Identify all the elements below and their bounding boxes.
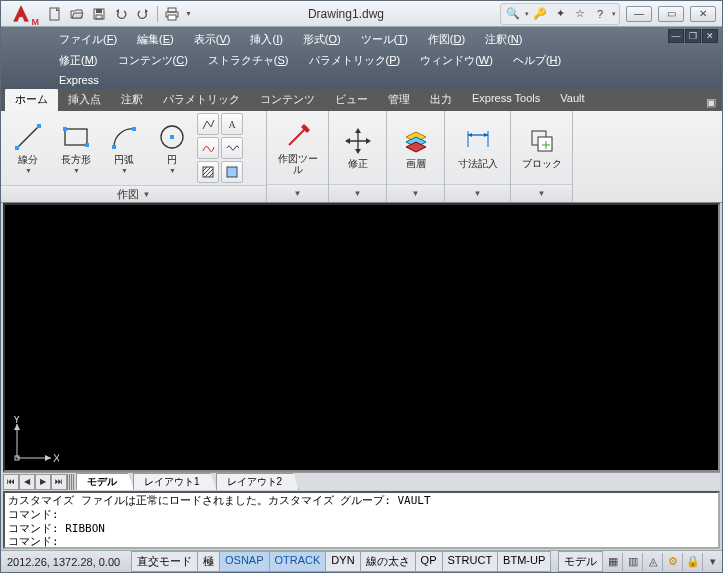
infocenter-search-icon[interactable]: 🔍 [504, 5, 522, 23]
mdi-close-button[interactable]: ✕ [702, 29, 718, 43]
menu-n[interactable]: 注釈(N) [475, 29, 532, 50]
menu-s[interactable]: ストラクチャ(S) [198, 50, 299, 71]
qat-redo-icon[interactable] [133, 4, 153, 24]
menu-d[interactable]: 作図(D) [418, 29, 475, 50]
status-tray-icon[interactable]: ▾ [702, 553, 722, 571]
menu-i[interactable]: 挿入(I) [240, 29, 292, 50]
layout-tab-2[interactable]: レイアウト2 [216, 473, 300, 490]
tool-modify[interactable]: 修正 [335, 124, 381, 171]
tool-layer[interactable]: 画層 [393, 124, 439, 171]
status-toggle-直交モード[interactable]: 直交モード [131, 551, 198, 572]
tool-rectangle[interactable]: 長方形 ▼ [53, 120, 99, 176]
status-toggle-極[interactable]: 極 [197, 551, 220, 572]
maximize-button[interactable]: ▭ [658, 6, 684, 22]
tool-polyline-icon[interactable] [197, 113, 219, 135]
minimize-button[interactable]: ― [626, 6, 652, 22]
tool-region-icon[interactable] [221, 161, 243, 183]
menu-o[interactable]: 形式(O) [293, 29, 351, 50]
ribbon-tab-7[interactable]: 出力 [420, 88, 462, 111]
sheet-grip[interactable] [67, 474, 75, 490]
menu-w[interactable]: ウィンドウ(W) [410, 50, 503, 71]
ribbon-tab-0[interactable]: ホーム [5, 88, 58, 111]
sheet-nav-prev-icon[interactable]: ◀ [19, 474, 35, 490]
mdi-restore-button[interactable]: ❐ [685, 29, 701, 43]
sheet-nav-first-icon[interactable]: ⏮ [3, 474, 19, 490]
panel-block-expand[interactable]: ▼ [511, 184, 572, 202]
tool-arc[interactable]: 円弧 ▼ [101, 120, 147, 176]
qat-open-icon[interactable] [67, 4, 87, 24]
menu-t[interactable]: ツール(T) [351, 29, 418, 50]
infocenter-key-icon[interactable]: 🔑 [531, 5, 549, 23]
titlebar: M ▼ Drawing1.dwg 🔍 ▾ 🔑 ✦ ☆ ? ▾ ― ▭ ✕ [1, 1, 722, 27]
tool-drawtool-label: 作図ツール [277, 153, 319, 175]
tool-block[interactable]: ブロック [519, 124, 565, 171]
tool-spline-icon[interactable] [197, 137, 219, 159]
infocenter-help-icon[interactable]: ? [591, 5, 609, 23]
menu-e[interactable]: 編集(E) [127, 29, 184, 50]
ribbon-tab-6[interactable]: 管理 [378, 88, 420, 111]
ribbon-tab-1[interactable]: 挿入点 [58, 88, 111, 111]
tool-line[interactable]: 線分 ▼ [5, 120, 51, 176]
panel-draw-title[interactable]: 作図▼ [1, 185, 266, 202]
menu-m[interactable]: 修正(M) [49, 50, 108, 71]
tool-circle[interactable]: 円 ▼ [149, 120, 195, 176]
ucs-icon: X Y [11, 416, 59, 464]
infocenter-comm-icon[interactable]: ✦ [551, 5, 569, 23]
menubar: ― ❐ ✕ ファイル(F)編集(E)表示(V)挿入(I)形式(O)ツール(T)作… [1, 27, 722, 89]
ribbon-tab-4[interactable]: コンテンツ [250, 88, 325, 111]
qat-print-icon[interactable] [162, 4, 182, 24]
status-annotation-icon[interactable]: ◬ [642, 553, 662, 571]
command-line[interactable]: カスタマイズ ファイルは正常にロードされました。カスタマイズ グループ: VAU… [3, 491, 720, 549]
status-toggle-BTM-UP[interactable]: BTM-UP [497, 551, 551, 572]
status-grid-icon[interactable]: ▦ [602, 553, 622, 571]
menu-v[interactable]: 表示(V) [184, 29, 241, 50]
qat-undo-icon[interactable] [111, 4, 131, 24]
layout-tab-0[interactable]: モデル [76, 473, 134, 490]
menu-f[interactable]: ファイル(F) [49, 29, 127, 50]
panel-drawtool-expand[interactable]: ▼ [267, 184, 328, 202]
svg-line-7 [17, 126, 39, 148]
sheet-nav-last-icon[interactable]: ⏭ [51, 474, 67, 490]
status-quickview-icon[interactable]: ▥ [622, 553, 642, 571]
tool-wave-icon[interactable] [221, 137, 243, 159]
tool-drawtool[interactable]: 作図ツール [275, 119, 321, 177]
panel-dim-expand[interactable]: ▼ [445, 184, 510, 202]
ribbon-tab-2[interactable]: 注釈 [111, 88, 153, 111]
qat-new-icon[interactable] [45, 4, 65, 24]
mdi-minimize-button[interactable]: ― [668, 29, 684, 43]
status-space-toggle[interactable]: モデル [558, 551, 603, 572]
menu-c[interactable]: コンテンツ(C) [108, 50, 198, 71]
status-toggle-OSNAP[interactable]: OSNAP [219, 551, 270, 572]
tool-hatch-icon[interactable] [197, 161, 219, 183]
status-toggle-OTRACK[interactable]: OTRACK [269, 551, 327, 572]
menu-h[interactable]: ヘルプ(H) [503, 50, 571, 71]
tool-dimension[interactable]: 寸法記入 [455, 124, 501, 171]
menu-p[interactable]: パラメトリック(P) [299, 50, 411, 71]
infocenter-favorite-icon[interactable]: ☆ [571, 5, 589, 23]
ribbon-tab-8[interactable]: Express Tools [462, 88, 550, 111]
status-lock-icon[interactable]: 🔒 [682, 553, 702, 571]
qat-dropdown-icon[interactable]: ▼ [185, 10, 192, 17]
ribbon-tab-5[interactable]: ビュー [325, 88, 378, 111]
menu-express[interactable]: Express [49, 71, 109, 89]
status-toggle-線の太さ[interactable]: 線の太さ [360, 551, 416, 572]
close-button[interactable]: ✕ [690, 6, 716, 22]
statusbar: 2012.26, 1372.28, 0.00 直交モード極OSNAPOTRACK… [1, 550, 722, 572]
svg-text:Y: Y [13, 416, 21, 425]
status-workspace-icon[interactable]: ⚙ [662, 553, 682, 571]
ribbon-tab-9[interactable]: Vault [550, 88, 594, 111]
panel-layer-expand[interactable]: ▼ [387, 184, 444, 202]
qat-save-icon[interactable] [89, 4, 109, 24]
status-coordinates[interactable]: 2012.26, 1372.28, 0.00 [1, 556, 131, 568]
panel-modify-expand[interactable]: ▼ [329, 184, 386, 202]
status-toggle-DYN[interactable]: DYN [325, 551, 360, 572]
tool-text-icon[interactable]: A [221, 113, 243, 135]
layout-tab-1[interactable]: レイアウト1 [133, 473, 217, 490]
status-toggle-QP[interactable]: QP [415, 551, 443, 572]
ribbon-collapse-icon[interactable]: ▣ [700, 93, 722, 111]
status-toggle-STRUCT[interactable]: STRUCT [442, 551, 499, 572]
drawing-canvas[interactable]: X Y [3, 203, 720, 472]
app-menu-button[interactable]: M [1, 1, 41, 27]
sheet-nav-next-icon[interactable]: ▶ [35, 474, 51, 490]
ribbon-tab-3[interactable]: パラメトリック [153, 88, 250, 111]
